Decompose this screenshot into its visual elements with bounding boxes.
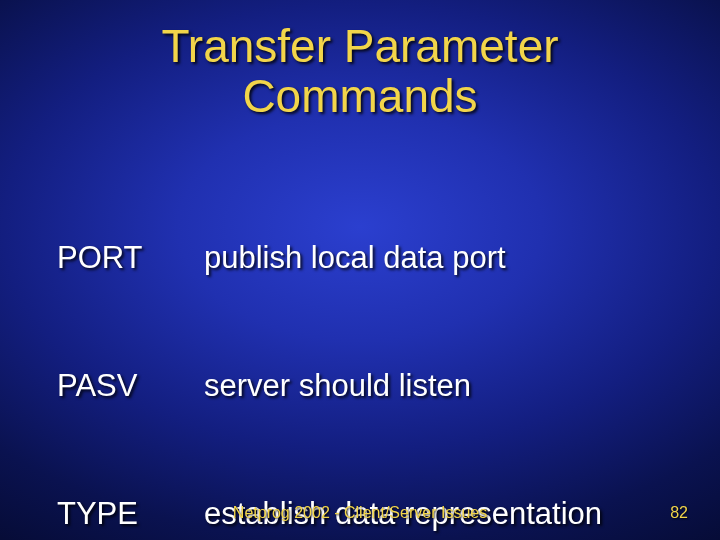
title-line-2: Commands <box>242 70 477 122</box>
command-column: PORT PASV TYPE MODE STRU <box>57 151 150 540</box>
title-line-1: Transfer Parameter <box>161 20 558 72</box>
slide: Transfer Parameter Commands PORT PASV TY… <box>0 0 720 540</box>
description-column: publish local data port server should li… <box>204 151 602 540</box>
desc-cell: server should listen <box>204 365 602 408</box>
slide-title: Transfer Parameter Commands <box>55 22 665 121</box>
desc-cell: publish local data port <box>204 237 602 280</box>
page-number: 82 <box>670 504 688 522</box>
cmd-cell: PORT <box>57 237 150 280</box>
footer-text: Netprog 2002 - Client/Server Issues <box>0 504 720 522</box>
cmd-cell: PASV <box>57 365 150 408</box>
content-columns: PORT PASV TYPE MODE STRU publish local d… <box>55 151 665 540</box>
